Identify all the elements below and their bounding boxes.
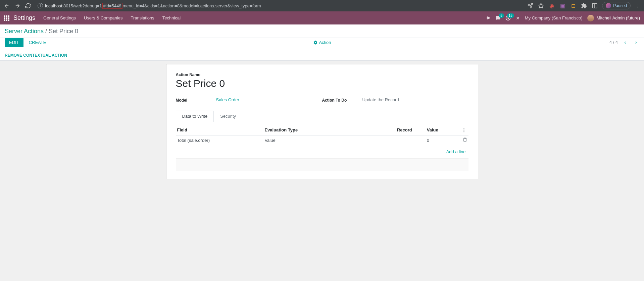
extensions-icon[interactable] — [581, 2, 587, 9]
url-text: localhost:8015/web?debug=1#id=5448menu_i… — [45, 3, 261, 8]
activities-icon[interactable]: 15 — [505, 15, 511, 21]
user-avatar-icon — [587, 15, 594, 21]
svg-rect-7 — [8, 17, 9, 19]
breadcrumb-parent[interactable]: Server Actions — [5, 28, 44, 35]
back-icon[interactable] — [3, 2, 11, 10]
model-value[interactable]: Sales Order — [216, 97, 239, 103]
star-icon[interactable] — [538, 2, 544, 9]
th-record[interactable]: Record — [352, 125, 426, 135]
tab-data-to-write[interactable]: Data to Write — [176, 111, 214, 122]
svg-rect-5 — [4, 17, 5, 19]
url-bar[interactable]: i localhost:8015/web?debug=1#id=5448menu… — [35, 3, 524, 8]
nav-translations[interactable]: Translations — [131, 15, 154, 20]
trash-icon[interactable] — [463, 138, 467, 143]
user-name: Mitchell Admin (future) — [597, 15, 640, 20]
action-label: Action — [319, 40, 331, 45]
pager-next-icon[interactable] — [633, 40, 639, 45]
apps-icon[interactable] — [4, 15, 9, 21]
cell-field: Total (sale.order) — [176, 135, 263, 145]
table-options-icon[interactable]: ⋮ — [462, 127, 466, 132]
th-field[interactable]: Field — [176, 125, 263, 135]
pager-prev-icon[interactable] — [622, 40, 629, 45]
table-footer-row — [176, 159, 468, 171]
gear-icon — [313, 40, 317, 45]
pager-text: 4 / 4 — [609, 40, 618, 45]
reload-icon[interactable] — [24, 2, 32, 10]
sub-control-bar: REMOVE CONTEXTUAL ACTION — [0, 50, 644, 61]
svg-rect-2 — [4, 15, 5, 17]
svg-rect-3 — [6, 15, 7, 17]
profile-paused[interactable]: Paused — [602, 2, 631, 9]
cell-value: 0 — [426, 135, 460, 145]
browser-chrome: i localhost:8015/web?debug=1#id=5448menu… — [0, 0, 644, 11]
svg-rect-6 — [6, 17, 7, 19]
user-menu[interactable]: Mitchell Admin (future) — [587, 15, 640, 21]
action-name-value: Set Price 0 — [176, 78, 468, 89]
control-bar: EDIT CREATE Action 4 / 4 — [0, 38, 644, 50]
window-icon[interactable] — [591, 2, 598, 9]
cell-eval-type: Value — [263, 135, 352, 145]
messages-badge: 5 — [499, 13, 504, 18]
menu-icon[interactable]: ⋮ — [635, 3, 641, 9]
extension-icon-1[interactable]: ◉ — [548, 2, 555, 9]
app-title[interactable]: Settings — [13, 14, 35, 21]
company-selector[interactable]: My Company (San Francisco) — [525, 15, 583, 20]
notebook-tabs: Data to Write Security — [176, 111, 468, 122]
messages-icon[interactable]: 5 — [495, 15, 501, 21]
breadcrumb: Server Actions / Set Price 0 — [5, 28, 639, 35]
model-label: Model — [176, 97, 216, 103]
th-value[interactable]: Value — [426, 125, 460, 135]
nav-technical[interactable]: Technical — [162, 15, 181, 20]
tab-security[interactable]: Security — [214, 111, 242, 122]
create-button[interactable]: CREATE — [25, 38, 50, 47]
svg-rect-10 — [8, 19, 9, 21]
extension-icon-2[interactable]: ▣ — [559, 2, 566, 9]
th-eval-type[interactable]: Evaluation Type — [263, 125, 352, 135]
send-icon[interactable] — [527, 2, 534, 9]
cell-record — [352, 135, 426, 145]
action-to-do-label: Action To Do — [322, 97, 362, 103]
site-info-icon[interactable]: i — [38, 3, 43, 8]
action-name-label: Action Name — [176, 72, 468, 77]
nav-general-settings[interactable]: General Settings — [43, 15, 76, 20]
nav-users-companies[interactable]: Users & Companies — [84, 15, 123, 20]
extension-icon-3[interactable]: ⊡ — [570, 2, 577, 9]
breadcrumb-bar: Server Actions / Set Price 0 — [0, 24, 644, 38]
close-tray-icon[interactable] — [515, 16, 520, 20]
table-row[interactable]: Total (sale.order) Value 0 — [176, 135, 468, 145]
action-to-do-value: Update the Record — [362, 97, 399, 103]
app-nav: Settings General Settings Users & Compan… — [0, 11, 644, 24]
form-sheet: Action Name Set Price 0 Model Sales Orde… — [166, 64, 478, 179]
activities-badge: 15 — [507, 13, 514, 18]
pager: 4 / 4 — [609, 40, 639, 45]
remove-contextual-action[interactable]: REMOVE CONTEXTUAL ACTION — [5, 53, 67, 58]
add-line[interactable]: Add a line — [177, 147, 467, 156]
url-highlight: #id=5448 — [102, 3, 123, 9]
edit-button[interactable]: EDIT — [5, 38, 23, 47]
forward-icon[interactable] — [13, 2, 21, 10]
paused-label: Paused — [613, 3, 627, 8]
profile-avatar-icon — [606, 3, 611, 8]
sheet-container: Action Name Set Price 0 Model Sales Orde… — [0, 61, 644, 179]
data-to-write-table: Field Evaluation Type Record Value ⋮ Tot… — [176, 125, 468, 171]
svg-rect-4 — [8, 15, 9, 17]
breadcrumb-current: Set Price 0 — [49, 28, 78, 35]
svg-rect-8 — [4, 19, 5, 21]
debug-icon[interactable] — [486, 16, 491, 20]
svg-rect-9 — [6, 19, 7, 21]
action-dropdown[interactable]: Action — [313, 40, 331, 45]
